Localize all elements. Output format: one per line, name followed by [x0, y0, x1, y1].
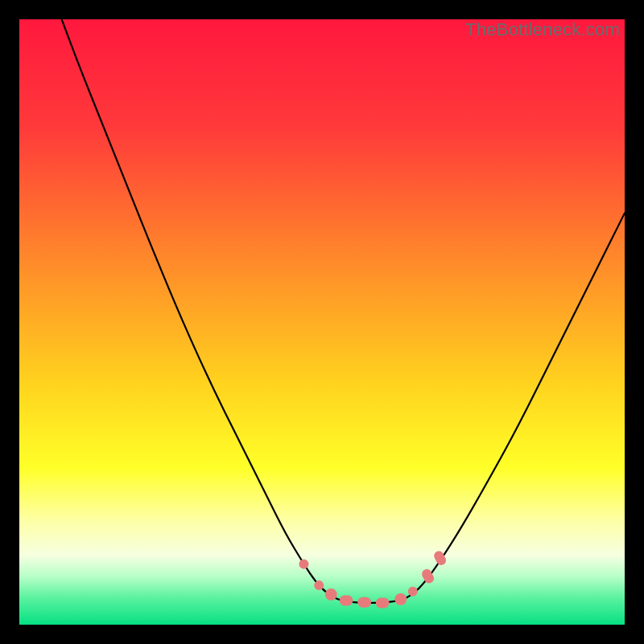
- marker-2: [325, 588, 337, 601]
- marker-7: [408, 587, 418, 597]
- bottleneck-curve-chart: [19, 19, 625, 625]
- marker-5: [376, 597, 390, 608]
- chart-frame: TheBottleneck.com: [19, 19, 625, 625]
- marker-3: [340, 595, 353, 605]
- marker-0: [299, 559, 308, 569]
- marker-6: [394, 593, 407, 605]
- marker-1: [314, 580, 324, 590]
- watermark-text: TheBottleneck.com: [465, 19, 620, 40]
- gradient-background: [19, 19, 625, 625]
- marker-4: [357, 597, 371, 608]
